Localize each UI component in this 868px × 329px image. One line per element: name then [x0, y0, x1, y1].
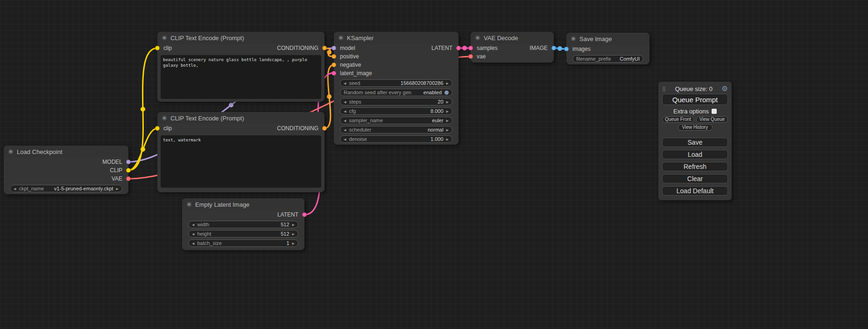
decrement-arrow-icon[interactable]: ◀: [192, 232, 194, 236]
positive-input-port[interactable]: [332, 54, 336, 59]
conditioning-output-port[interactable]: [322, 126, 327, 131]
output-slot-clip: CLIP: [4, 166, 128, 175]
node-clip-text-encode-positive[interactable]: CLIP Text Encode (Prompt) clip CONDITION…: [157, 32, 325, 102]
extra-options-checkbox[interactable]: [712, 109, 717, 114]
drag-handle-icon[interactable]: ⣿: [662, 86, 666, 92]
input-label: latent_image: [340, 70, 372, 77]
increment-arrow-icon[interactable]: ▶: [446, 128, 449, 132]
output-slot-latent: LATENT: [182, 210, 304, 219]
vae-output-port[interactable]: [126, 176, 131, 181]
collapse-dot-icon[interactable]: [162, 35, 167, 40]
increment-arrow-icon[interactable]: ▶: [446, 138, 449, 141]
clip-output-port[interactable]: [126, 168, 131, 173]
filename-prefix-widget[interactable]: filename_prefix ComfyUI: [572, 55, 643, 63]
clip-input-port[interactable]: [155, 46, 160, 50]
node-title-bar[interactable]: Empty Latent Image: [182, 198, 304, 210]
queue-prompt-button[interactable]: Queue Prompt: [662, 94, 728, 105]
seed-widget[interactable]: ◀ seed 156680208700286 ▶: [340, 79, 452, 87]
sampler-name-widget[interactable]: ◀ sampler_name euler ▶: [340, 117, 452, 124]
decrement-arrow-icon[interactable]: ◀: [192, 242, 194, 245]
collapse-dot-icon[interactable]: [162, 116, 167, 120]
latent-output-port[interactable]: [456, 46, 461, 50]
increment-arrow-icon[interactable]: ▶: [446, 119, 449, 122]
decrement-arrow-icon[interactable]: ◀: [14, 187, 16, 190]
scheduler-widget[interactable]: ◀ scheduler normal ▶: [340, 126, 452, 133]
cfg-widget[interactable]: ◀ cfg 8.000 ▶: [340, 107, 452, 115]
increment-arrow-icon[interactable]: ▶: [446, 110, 449, 113]
widget-value: euler: [432, 118, 443, 123]
node-title-text: Load Checkpoint: [17, 148, 63, 155]
height-widget[interactable]: ◀ height 512 ▶: [188, 230, 298, 238]
node-title-bar[interactable]: Save Image: [566, 33, 649, 45]
decrement-arrow-icon[interactable]: ◀: [344, 128, 346, 132]
node-title-bar[interactable]: Load Checkpoint: [4, 146, 128, 158]
link-midpoint-dot: [327, 50, 332, 55]
load-default-button[interactable]: Load Default: [662, 186, 728, 196]
node-ksampler[interactable]: KSampler model LATENT positive negative …: [334, 32, 459, 145]
denoise-widget[interactable]: ◀ denoise 1.000 ▶: [340, 135, 452, 143]
load-button[interactable]: Load: [662, 150, 728, 159]
output-label: CONDITIONING: [277, 125, 318, 132]
queue-buttons-row: Queue Front View Queue: [662, 116, 728, 123]
view-queue-button[interactable]: View Queue: [696, 116, 728, 123]
vae-input-port[interactable]: [468, 54, 473, 59]
increment-arrow-icon[interactable]: ▶: [116, 187, 119, 190]
clear-button[interactable]: Clear: [662, 174, 728, 183]
decrement-arrow-icon[interactable]: ◀: [192, 223, 194, 226]
settings-gear-icon[interactable]: ⚙: [722, 84, 728, 93]
increment-arrow-icon[interactable]: ▶: [292, 242, 295, 245]
node-load-checkpoint[interactable]: Load Checkpoint MODEL CLIP VAE ◀ ckpt_na…: [4, 146, 128, 194]
view-history-button[interactable]: View History: [678, 124, 713, 131]
node-title-bar[interactable]: KSampler: [334, 32, 459, 44]
steps-widget[interactable]: ◀ steps 20 ▶: [340, 98, 452, 105]
queue-panel-header[interactable]: ⣿ Queue size: 0 ⚙: [662, 84, 728, 93]
collapse-dot-icon[interactable]: [571, 36, 576, 41]
image-output-port[interactable]: [551, 46, 556, 50]
widget-label: filename_prefix: [576, 56, 611, 62]
slot-row: positive: [334, 52, 459, 61]
samples-input-port[interactable]: [468, 46, 473, 50]
input-label: clip: [163, 125, 172, 132]
negative-prompt-textarea[interactable]: text, watermark: [161, 135, 321, 188]
node-clip-text-encode-negative[interactable]: CLIP Text Encode (Prompt) clip CONDITION…: [157, 112, 325, 192]
random-seed-toggle-widget[interactable]: Random seed after every gen enabled: [340, 89, 452, 96]
increment-arrow-icon[interactable]: ▶: [292, 223, 295, 226]
collapse-dot-icon[interactable]: [187, 202, 191, 207]
decrement-arrow-icon[interactable]: ◀: [344, 110, 346, 113]
negative-input-port[interactable]: [332, 63, 336, 67]
clip-input-port[interactable]: [155, 126, 160, 131]
model-input-port[interactable]: [332, 46, 336, 50]
node-title-bar[interactable]: CLIP Text Encode (Prompt): [157, 32, 325, 44]
positive-prompt-textarea[interactable]: beautiful scenery nature glass bottle la…: [161, 55, 321, 99]
increment-arrow-icon[interactable]: ▶: [446, 82, 449, 85]
save-button[interactable]: Save: [662, 138, 728, 147]
node-title-bar[interactable]: CLIP Text Encode (Prompt): [157, 112, 325, 124]
ckpt-name-widget[interactable]: ◀ ckpt_name v1-5-pruned-emaonly.ckpt ▶: [10, 185, 122, 192]
latent-output-port[interactable]: [302, 212, 307, 217]
collapse-dot-icon[interactable]: [8, 149, 13, 154]
collapse-dot-icon[interactable]: [339, 35, 343, 40]
width-widget[interactable]: ◀ width 512 ▶: [188, 221, 298, 228]
images-input-port[interactable]: [564, 47, 569, 51]
node-title-bar[interactable]: VAE Decode: [471, 32, 554, 44]
decrement-arrow-icon[interactable]: ◀: [344, 82, 346, 85]
output-label: MODEL: [102, 159, 122, 165]
increment-arrow-icon[interactable]: ▶: [292, 232, 295, 236]
node-vae-decode[interactable]: VAE Decode samples IMAGE vae: [471, 32, 554, 63]
decrement-arrow-icon[interactable]: ◀: [344, 138, 346, 141]
latent-image-input-port[interactable]: [332, 71, 336, 76]
slot-row: clip CONDITIONING: [157, 124, 325, 133]
refresh-button[interactable]: Refresh: [662, 162, 728, 171]
batch-size-widget[interactable]: ◀ batch_size 1 ▶: [188, 239, 298, 247]
collapse-dot-icon[interactable]: [475, 35, 480, 40]
model-output-port[interactable]: [126, 160, 131, 164]
node-empty-latent-image[interactable]: Empty Latent Image LATENT ◀ width 512 ▶ …: [182, 198, 304, 250]
queue-front-button[interactable]: Queue Front: [662, 116, 694, 123]
conditioning-output-port[interactable]: [322, 46, 327, 50]
decrement-arrow-icon[interactable]: ◀: [344, 119, 346, 122]
decrement-arrow-icon[interactable]: ◀: [344, 100, 346, 104]
node-save-image[interactable]: Save Image images filename_prefix ComfyU…: [566, 33, 649, 64]
link-midpoint-dot: [141, 107, 145, 112]
toggle-indicator-icon[interactable]: [445, 91, 449, 95]
increment-arrow-icon[interactable]: ▶: [446, 100, 449, 104]
